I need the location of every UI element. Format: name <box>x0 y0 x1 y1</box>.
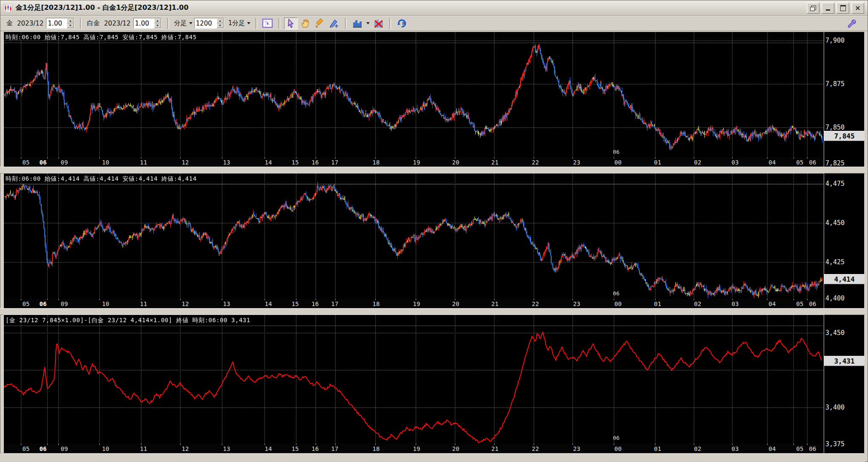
time-axis-label: 20 <box>450 300 462 307</box>
hand-pan-icon <box>300 18 310 29</box>
spread-plot[interactable]: [金 23/12 7,845×1.00]-[白金 23/12 4,414×1.0… <box>4 315 824 444</box>
time-axis-tick <box>767 444 767 445</box>
time-axis-tick <box>455 444 455 445</box>
marker-tool-button[interactable] <box>328 17 341 29</box>
gold-info-bar: 時刻:06:00 始値:7,845 高値:7,845 安値:7,845 終値:7… <box>4 32 824 43</box>
month2-label: 2023/12 <box>104 20 130 27</box>
indicator-chart-button[interactable] <box>351 17 364 29</box>
pane-splitter[interactable] <box>0 308 865 315</box>
time-axis-label: 02 <box>692 445 704 452</box>
time-axis-label: 03 <box>729 159 741 166</box>
platinum-plot[interactable]: 時刻:06:00 始値:4,414 高値:4,414 安値:4,414 終値:4… <box>4 173 824 299</box>
chart-select-button[interactable] <box>261 17 275 29</box>
price-axis-label: 7,900 <box>825 37 845 44</box>
pan-tool-button[interactable] <box>299 17 312 29</box>
time-axis-tick <box>99 444 100 445</box>
spread-date-label: 06 <box>613 435 620 441</box>
time-axis-label: 19 <box>411 445 423 452</box>
chart-area: 時刻:06:00 始値:7,845 高値:7,845 安値:7,845 終値:7… <box>0 31 868 462</box>
time-axis-tick <box>264 299 265 300</box>
time-axis-label: 11 <box>138 300 149 307</box>
gold-chart-canvas[interactable] <box>4 32 824 157</box>
time-axis-tick <box>335 444 336 445</box>
platinum-chart-canvas[interactable] <box>4 173 824 299</box>
window-title: 金1分足[2023/12]1.00 - 白金1分足[2023/12]1.00 <box>16 3 189 12</box>
time-axis-label: 00 <box>612 159 624 166</box>
time-axis-tick <box>614 444 614 445</box>
time-axis-tick <box>47 444 48 445</box>
multiplier2-down-icon[interactable]: ▼ <box>154 23 161 29</box>
toolbar-separator <box>80 18 82 29</box>
time-axis-tick <box>494 444 494 445</box>
cursor-tool-button[interactable] <box>284 17 298 29</box>
time-axis-label: 21 <box>489 445 501 452</box>
time-axis-label: 06 <box>807 445 819 452</box>
time-axis-label: 20 <box>450 445 462 452</box>
bar-count-up-icon[interactable]: ▲ <box>217 18 224 23</box>
multiplier2-up-icon[interactable]: ▲ <box>154 18 161 23</box>
draw-pencil-button[interactable] <box>313 17 327 29</box>
bar-count-down-icon[interactable]: ▼ <box>217 23 224 29</box>
maximize-button[interactable] <box>836 3 849 14</box>
title-bar[interactable]: 金1分足[2023/12]1.00 - 白金1分足[2023/12]1.00 × <box>0 0 868 16</box>
time-axis-tick <box>180 157 181 159</box>
time-axis-label: 05 <box>20 159 32 166</box>
time-axis-label: 20 <box>450 159 462 166</box>
time-axis-tick <box>732 299 733 300</box>
reload-chart-button[interactable]: R <box>395 17 408 29</box>
multiplier1-up-icon[interactable]: ▲ <box>67 18 74 23</box>
price-axis-label: 3,400 <box>825 404 845 411</box>
multiplier1-spinner: ▲ ▼ <box>46 18 74 29</box>
time-axis-label: 17 <box>329 159 341 166</box>
time-axis-tick <box>222 157 222 159</box>
time-axis-label: 14 <box>262 159 274 166</box>
time-axis-tick <box>732 157 733 159</box>
time-axis-label: 19 <box>411 300 423 307</box>
time-axis-tick <box>21 299 21 300</box>
refresh-icon: R <box>396 18 407 29</box>
platinum-time-axis: 0506091011121314151617181920212223000102… <box>4 299 824 308</box>
time-axis-tick <box>141 299 141 300</box>
time-axis-tick <box>21 157 21 159</box>
time-axis-tick <box>807 157 808 159</box>
time-axis-label: 10 <box>100 445 112 452</box>
time-axis-tick <box>375 444 376 445</box>
platinum-price-axis: 4,414 4,4754,4504,4254,400 <box>824 173 864 308</box>
time-axis-label: 01 <box>652 300 664 307</box>
time-axis-label: 14 <box>262 300 274 307</box>
gold-plot[interactable]: 時刻:06:00 始値:7,845 高値:7,845 安値:7,845 終値:7… <box>4 32 824 157</box>
time-axis-tick <box>47 299 48 300</box>
time-axis-label: 02 <box>692 300 704 307</box>
time-axis-label: 13 <box>221 300 233 307</box>
multiplier1-input[interactable] <box>46 18 67 28</box>
time-axis-label: 05 <box>20 445 32 452</box>
time-axis-label: 16 <box>309 159 321 166</box>
close-button[interactable]: × <box>851 3 864 14</box>
pane-splitter[interactable] <box>0 167 865 173</box>
bar-type-dropdown[interactable]: 分足 <box>172 18 194 28</box>
time-axis-tick <box>264 157 265 159</box>
cascade-window-button[interactable] <box>807 3 819 14</box>
app-window: 金1分足[2023/12]1.00 - 白金1分足[2023/12]1.00 ×… <box>0 0 868 462</box>
bar-count-input[interactable] <box>195 18 217 28</box>
spread-chart-canvas[interactable] <box>4 315 824 444</box>
settings-button[interactable] <box>845 17 858 29</box>
time-axis-label: 02 <box>692 159 704 166</box>
status-strip <box>0 453 865 462</box>
time-axis-label: 01 <box>652 445 664 452</box>
multiplier2-input[interactable] <box>134 18 154 28</box>
spread-price-axis: 3,431 3,4503,4003,375 <box>824 315 864 453</box>
remove-indicator-button[interactable] <box>372 17 385 29</box>
multiplier1-down-icon[interactable]: ▼ <box>67 23 74 29</box>
time-axis-tick <box>375 157 376 159</box>
time-axis-tick <box>694 299 694 300</box>
minimize-button[interactable] <box>822 3 834 14</box>
interval-dropdown[interactable]: 1分足 <box>227 18 253 28</box>
time-axis-tick <box>694 444 694 445</box>
time-axis-tick <box>793 299 794 300</box>
chevron-down-icon <box>247 22 250 24</box>
indicator-dropdown-arrow-icon[interactable] <box>366 22 370 24</box>
time-axis-label: 05 <box>20 300 32 307</box>
time-axis-label: 03 <box>729 445 741 452</box>
cascade-icon <box>810 6 816 11</box>
